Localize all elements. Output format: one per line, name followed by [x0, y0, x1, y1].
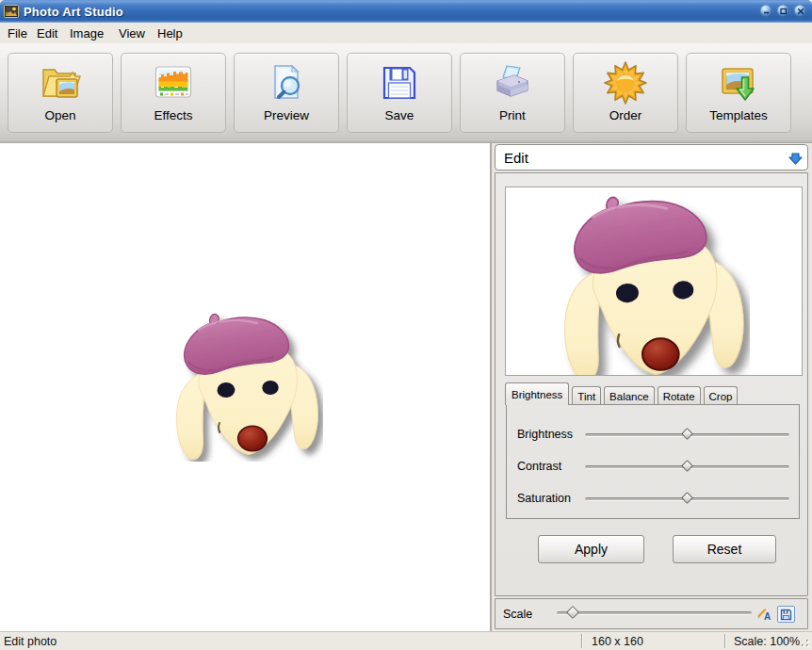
edit-panel-body: Brightness Tint Balance Rotate Crop Brig… — [495, 172, 808, 596]
print-label: Print — [499, 108, 526, 122]
adjustment-tabs: Brightness Tint Balance Rotate Crop — [505, 382, 740, 405]
preview-magnifier-icon — [264, 60, 309, 106]
status-scale: Scale: 100% — [734, 635, 800, 648]
save-label: Save — [385, 108, 414, 122]
actual-size-button[interactable]: A — [755, 606, 773, 623]
app-window: Photo Art Studio File Edit Image View He… — [0, 0, 812, 650]
status-separator — [581, 634, 582, 648]
contrast-label: Contrast — [517, 460, 561, 473]
printer-icon — [490, 60, 535, 106]
templates-button[interactable]: Templates — [686, 53, 791, 133]
maximize-icon — [780, 8, 788, 15]
panel-title: Edit — [504, 150, 528, 166]
dog-preview — [560, 193, 750, 376]
brightness-slider-thumb[interactable] — [681, 428, 693, 440]
menu-bar: File Edit Image View Help — [0, 23, 812, 43]
menu-help[interactable]: Help — [154, 24, 187, 42]
brightness-label: Brightness — [517, 428, 573, 441]
templates-picture-arrow-icon — [716, 60, 761, 106]
effects-histogram-icon — [151, 60, 196, 106]
tab-balance[interactable]: Balance — [604, 386, 655, 405]
saturation-slider-row: Saturation — [507, 490, 799, 509]
print-button[interactable]: Print — [460, 53, 565, 133]
minimize-button[interactable] — [760, 5, 772, 17]
saturation-slider[interactable] — [585, 497, 789, 501]
tab-rotate[interactable]: Rotate — [658, 386, 701, 405]
status-bar: Edit photo 160 x 160 Scale: 100% — [0, 631, 812, 650]
tab-brightness[interactable]: Brightness — [505, 382, 569, 405]
actual-size-icon: A — [757, 608, 772, 621]
scale-slider[interactable] — [557, 611, 752, 615]
status-message: Edit photo — [4, 635, 57, 648]
apply-button[interactable]: Apply — [538, 535, 644, 563]
minimize-icon — [763, 8, 770, 14]
status-separator — [724, 634, 725, 648]
scale-bar: Scale A — [495, 598, 808, 629]
order-label: Order — [609, 108, 642, 122]
tab-tint[interactable]: Tint — [572, 386, 601, 405]
resize-grip[interactable] — [797, 635, 811, 649]
dog-photo — [172, 311, 323, 462]
best-fit-icon — [780, 609, 792, 621]
best-fit-button[interactable] — [777, 606, 795, 623]
saturation-label: Saturation — [517, 492, 571, 505]
menu-image[interactable]: Image — [66, 24, 107, 42]
brightness-slider[interactable] — [585, 433, 789, 437]
save-floppy-icon — [377, 60, 422, 106]
templates-label: Templates — [709, 108, 768, 122]
scale-slider-thumb[interactable] — [565, 606, 578, 619]
title-bar: Photo Art Studio — [0, 0, 812, 23]
close-button[interactable] — [794, 5, 806, 17]
contrast-slider[interactable] — [585, 465, 789, 469]
brightness-tab-panel: Brightness Contrast Saturation — [506, 404, 800, 519]
panel-header[interactable]: Edit — [495, 144, 808, 171]
photo-canvas[interactable] — [0, 143, 490, 631]
close-icon — [797, 8, 804, 15]
contrast-slider-thumb[interactable] — [681, 460, 693, 472]
reset-button[interactable]: Reset — [673, 535, 776, 563]
effects-label: Effects — [154, 108, 192, 122]
status-image-size: 160 x 160 — [592, 635, 643, 648]
blue-down-arrow-icon[interactable] — [788, 153, 803, 165]
menu-view[interactable]: View — [115, 24, 149, 42]
tab-crop[interactable]: Crop — [704, 386, 739, 405]
saturation-slider-thumb[interactable] — [681, 492, 693, 504]
photo-preview — [505, 187, 803, 376]
menu-file[interactable]: File — [4, 24, 31, 42]
menu-edit[interactable]: Edit — [33, 24, 61, 42]
preview-label: Preview — [264, 108, 309, 122]
maximize-button[interactable] — [777, 5, 789, 17]
brightness-slider-row: Brightness — [507, 426, 799, 445]
edit-panel: Edit Brightness Tint Balance Rotate Crop — [492, 143, 812, 631]
effects-button[interactable]: Effects — [121, 53, 226, 133]
order-sun-icon — [603, 60, 648, 106]
window-controls — [760, 5, 806, 17]
contrast-slider-row: Contrast — [507, 458, 799, 477]
window-title: Photo Art Studio — [24, 5, 123, 19]
svg-text:A: A — [764, 611, 771, 622]
toolbar: Open Effects — [0, 43, 812, 143]
open-folder-icon — [38, 60, 83, 106]
main-area: Edit Brightness Tint Balance Rotate Crop — [0, 143, 812, 631]
open-button[interactable]: Open — [8, 53, 113, 133]
save-button[interactable]: Save — [347, 53, 452, 133]
scale-label: Scale — [503, 608, 532, 621]
open-label: Open — [44, 108, 75, 122]
app-icon — [4, 4, 19, 19]
order-button[interactable]: Order — [573, 53, 678, 133]
preview-button[interactable]: Preview — [234, 53, 339, 133]
